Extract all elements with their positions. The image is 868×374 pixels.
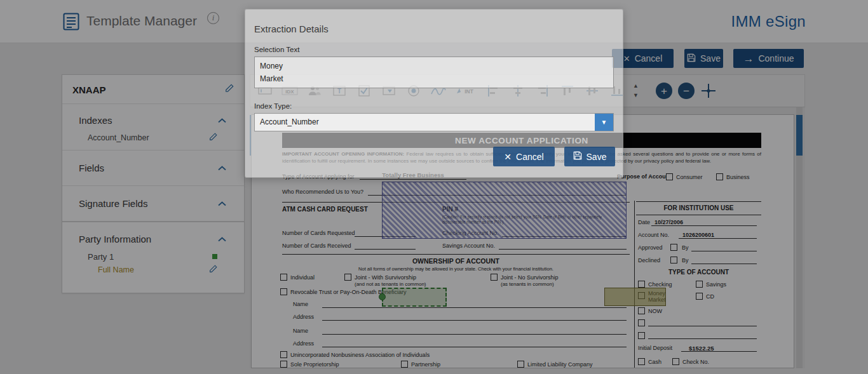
selection-text-label: Selection Text (254, 46, 299, 53)
close-icon: ✕ (504, 152, 512, 162)
selection-text-input[interactable]: Money Market (254, 57, 614, 88)
index-type-label: Index Type: (254, 102, 292, 110)
extraction-details-dialog: Extraction Details Selection Text Money … (245, 9, 623, 178)
dialog-save-label: Save (587, 152, 607, 162)
index-type-select[interactable]: Account_Number ▼ (254, 113, 614, 131)
index-type-value: Account_Number (260, 114, 319, 131)
dialog-save-button[interactable]: Save (564, 147, 615, 166)
floppy-icon (573, 151, 582, 162)
chevron-down-icon[interactable]: ▼ (595, 114, 613, 131)
dialog-title: Extraction Details (254, 23, 329, 34)
dialog-cancel-button[interactable]: ✕ Cancel (493, 147, 555, 166)
template-manager-app: Template Manager i IMM eSign ✕ Cancel Sa… (0, 0, 868, 374)
dialog-cancel-label: Cancel (516, 152, 544, 162)
